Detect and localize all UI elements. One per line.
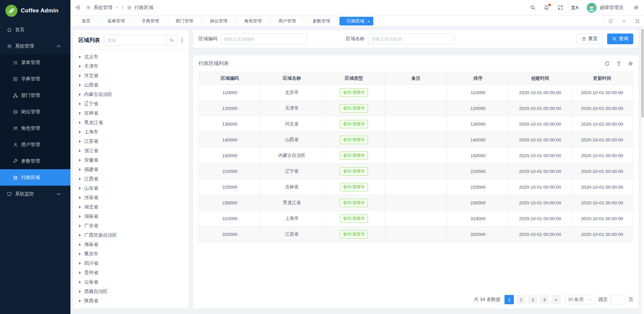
collapse-sidebar-icon[interactable] xyxy=(75,5,80,10)
tab-close-icon[interactable]: × xyxy=(367,19,370,23)
sidebar-item-1-0[interactable]: 菜单管理 xyxy=(0,54,70,71)
breadcrumb-section[interactable]: 系统管理 xyxy=(94,5,112,11)
sidebar-item-1-4[interactable]: 角色管理 xyxy=(0,120,70,136)
table-row[interactable]: 320000 江苏省 省市/直辖市 320000 2020-10-01 00:0… xyxy=(199,227,633,242)
tree-item-22[interactable]: 四川省 xyxy=(76,259,186,268)
table-row[interactable]: 310000 上海市 省市/直辖市 310000 2020-10-01 00:0… xyxy=(199,211,633,227)
notifications-button[interactable] xyxy=(544,5,549,10)
tree-item-5[interactable]: 辽宁省 xyxy=(76,99,186,109)
tree-search-button[interactable] xyxy=(166,35,177,45)
tree-item-23[interactable]: 贵州省 xyxy=(76,268,186,277)
sidebar-item-1-2[interactable]: 部门管理 xyxy=(0,87,70,104)
tree-item-19[interactable]: 广西壮族自治区 xyxy=(76,231,186,240)
tree-item-3[interactable]: 山西省 xyxy=(76,80,186,90)
page-1-button[interactable]: 1 xyxy=(504,295,514,304)
tab-5[interactable]: 角色管理 xyxy=(237,17,269,25)
tab-0[interactable]: 首页 xyxy=(74,17,98,25)
tree-item-10[interactable]: 浙江省 xyxy=(76,146,186,155)
column-header[interactable]: 排序 xyxy=(447,72,509,85)
tree-item-7[interactable]: 黑龙江省 xyxy=(76,118,186,127)
column-header[interactable]: 备注 xyxy=(385,72,447,85)
column-header[interactable]: 创建时间 xyxy=(509,72,571,85)
page-scrollbar[interactable] xyxy=(641,27,644,314)
fullscreen-icon[interactable] xyxy=(557,5,563,10)
tree-item-25[interactable]: 西藏自治区 xyxy=(76,287,186,296)
column-header[interactable]: 区域名称 xyxy=(261,72,323,85)
tab-8[interactable]: 行政区域× xyxy=(339,17,373,25)
refresh-tab-button[interactable] xyxy=(604,16,617,26)
column-header[interactable]: 更新时间 xyxy=(571,72,633,85)
tree-item-12[interactable]: 福建省 xyxy=(76,165,186,174)
column-settings-gear-icon[interactable] xyxy=(628,61,633,66)
sidebar-item-1-5[interactable]: 用户管理 xyxy=(0,136,70,153)
tree-item-0[interactable]: 北京市 xyxy=(76,52,186,62)
next-page-button[interactable]: > xyxy=(551,295,561,304)
table-row[interactable]: 130000 河北省 省市/直辖市 130000 2020-10-01 00:0… xyxy=(199,116,633,132)
tree-item-16[interactable]: 湖北省 xyxy=(76,202,186,212)
sidebar-item-0[interactable]: 首页 xyxy=(0,21,70,38)
scrollbar-thumb[interactable] xyxy=(641,29,644,118)
tab-6[interactable]: 用户管理 xyxy=(271,17,303,25)
tab-options-button[interactable] xyxy=(617,16,631,26)
column-header[interactable]: 区域编码 xyxy=(199,72,261,85)
tab-3[interactable]: 部门管理 xyxy=(168,17,201,25)
tab-4[interactable]: 岗位管理 xyxy=(203,17,235,25)
tree-item-11[interactable]: 安徽省 xyxy=(76,155,186,165)
page-2-button[interactable]: 2 xyxy=(516,295,526,304)
refresh-icon[interactable] xyxy=(604,61,610,66)
tree-item-2[interactable]: 河北省 xyxy=(76,71,186,80)
tree-item-18[interactable]: 广东省 xyxy=(76,221,186,231)
user-menu[interactable]: 超级管理员 xyxy=(587,3,623,13)
sidebar-item-1-6[interactable]: 参数管理 xyxy=(0,153,70,169)
tree-item-8[interactable]: 上海市 xyxy=(76,127,186,137)
sidebar-item-2[interactable]: 系统监控 xyxy=(0,186,70,202)
tree-item-26[interactable]: 陕西省 xyxy=(76,296,186,306)
tab-1[interactable]: 菜单管理 xyxy=(100,17,132,25)
more-options-icon[interactable] xyxy=(179,37,185,43)
tree-search-input[interactable] xyxy=(104,35,166,45)
tree-item-14[interactable]: 山东省 xyxy=(76,184,186,193)
tree-item-24[interactable]: 云南省 xyxy=(76,277,186,287)
maximize-content-button[interactable] xyxy=(631,16,644,26)
tree-item-13[interactable]: 江西省 xyxy=(76,174,186,184)
table-row[interactable]: 230000 黑龙江省 省市/直辖市 230000 2020-10-01 00:… xyxy=(199,195,633,211)
tree-item-15[interactable]: 河南省 xyxy=(76,193,186,202)
table-row[interactable]: 150000 内蒙古自治区 省市/直辖市 150000 2020-10-01 0… xyxy=(199,148,633,164)
brand[interactable]: Coffee Admin xyxy=(0,0,70,21)
tree-item-1[interactable]: 天津市 xyxy=(76,62,186,71)
table-row[interactable]: 120000 天津市 省市/直辖市 120000 2020-10-01 00:0… xyxy=(199,101,633,116)
tree-item-9[interactable]: 江苏省 xyxy=(76,137,186,146)
table-row[interactable]: 210000 辽宁省 省市/直辖市 210000 2020-10-01 00:0… xyxy=(199,164,633,179)
tab-7[interactable]: 参数管理 xyxy=(305,17,337,25)
query-button[interactable]: 查询 xyxy=(607,34,633,44)
table-row[interactable]: 110000 北京市 省市/直辖市 110000 2020-10-01 00:0… xyxy=(199,85,633,101)
sidebar-item-1-1[interactable]: 字典管理 xyxy=(0,71,70,87)
translate-icon[interactable]: 文A xyxy=(571,5,579,11)
font-size-icon[interactable] xyxy=(616,61,622,66)
breadcrumb-current[interactable]: 行政区域 xyxy=(135,5,153,11)
settings-gear-icon[interactable] xyxy=(633,5,639,10)
region-code-input[interactable] xyxy=(221,34,307,44)
page-size-select[interactable]: 10 条/页 xyxy=(565,295,595,304)
tab-2[interactable]: 字典管理 xyxy=(134,17,166,25)
page-4-button[interactable]: 4 xyxy=(540,295,549,304)
search-icon[interactable] xyxy=(530,5,536,10)
sidebar-item-1-3[interactable]: 岗位管理 xyxy=(0,104,70,120)
reset-button[interactable]: 重置 xyxy=(577,34,603,44)
column-header[interactable]: 区域类型 xyxy=(323,72,385,85)
region-name-input[interactable] xyxy=(368,34,454,44)
sidebar-item-1[interactable]: 系统管理 xyxy=(0,38,70,54)
tree-item-4[interactable]: 内蒙古自治区 xyxy=(76,90,186,99)
tree-item-20[interactable]: 海南省 xyxy=(76,240,186,249)
table-row[interactable]: 140000 山西省 省市/直辖市 140000 2020-10-01 00:0… xyxy=(199,132,633,148)
sidebar-item-1-7[interactable]: 行政区域 xyxy=(0,169,70,186)
jump-page-input[interactable] xyxy=(610,295,626,304)
tab-label: 首页 xyxy=(82,18,91,24)
tree-item-17[interactable]: 湖南省 xyxy=(76,212,186,221)
cell-sort: 210000 xyxy=(447,164,509,179)
table-row[interactable]: 220000 吉林省 省市/直辖市 220000 2020-10-01 00:0… xyxy=(199,179,633,195)
tree-item-21[interactable]: 重庆市 xyxy=(76,249,186,259)
sidebar-item-label: 角色管理 xyxy=(21,125,40,131)
page-3-button[interactable]: 3 xyxy=(528,295,537,304)
tree-item-6[interactable]: 吉林省 xyxy=(76,109,186,118)
